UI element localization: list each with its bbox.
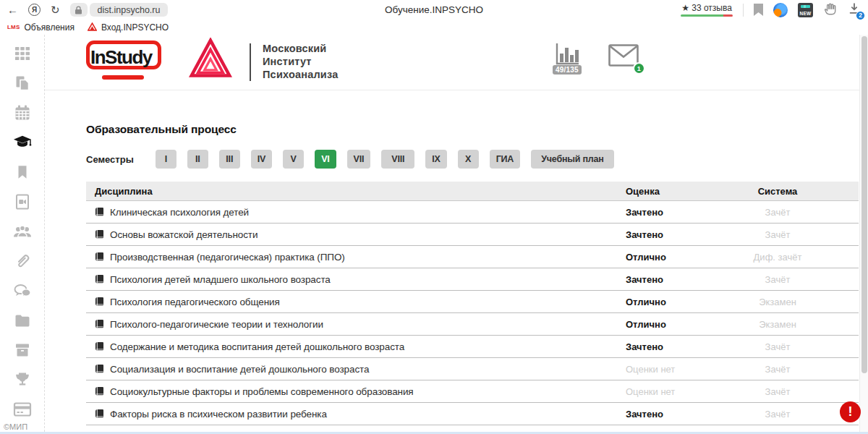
content-area: InStudy Московский Институт Психоанализа…	[45, 35, 868, 432]
grade-value: Зачтено	[626, 207, 720, 218]
semester-button-IX[interactable]: IX	[425, 150, 446, 169]
semester-list: IIIIIIIVVVIVIIVIIIIXXГИАУчебный план	[156, 150, 614, 169]
discipline-name: Основы вожатской деятельности	[110, 229, 258, 240]
discipline-name: Социализация и воспитание детей дошкольн…	[110, 364, 369, 375]
progress-stats-button[interactable]: 49/135	[553, 42, 582, 75]
table-row[interactable]: Психолого-педагогические теории и технол…	[86, 313, 859, 336]
book-icon	[95, 386, 104, 396]
system-value: Диф. зачёт	[720, 252, 835, 263]
app-shell: ©МИП InStudy Московский Институт Психоан…	[0, 35, 868, 432]
grade-value: Отлично	[626, 319, 720, 330]
ssl-lock-icon[interactable]	[70, 3, 88, 17]
address-bar[interactable]: dist.inpsycho.ru	[90, 3, 169, 17]
sidebar-item-calendar[interactable]	[13, 103, 32, 122]
system-value: Зачёт	[720, 274, 835, 285]
sidebar-item-video-materials[interactable]	[13, 192, 32, 211]
system-value: Зачёт	[720, 229, 835, 240]
system-value: Зачёт	[720, 364, 835, 375]
page-title: Образовательный процесс	[86, 123, 868, 136]
system-value: Зачёт	[720, 341, 835, 352]
discipline-name: Содержание и методика воспитания детей д…	[110, 341, 404, 352]
semester-button-X[interactable]: X	[458, 150, 479, 169]
extension-sphere-icon[interactable]	[773, 3, 788, 17]
sidebar-item-payments[interactable]	[13, 400, 32, 419]
instudy-logo[interactable]: InStudy	[86, 39, 174, 85]
grade-value: Отлично	[626, 252, 720, 263]
table-row[interactable]: Факторы риска в психическом развитии реб…	[86, 403, 859, 425]
semester-button-III[interactable]: III	[219, 150, 240, 169]
refresh-icon[interactable]: ↻	[51, 4, 60, 15]
table-row[interactable]: Основы вожатской деятельности Зачтено За…	[86, 224, 859, 246]
grades-table: Дисциплина Оценка Система Клиническая пс…	[86, 182, 859, 425]
browser-menu-icon[interactable]: Я	[28, 4, 41, 16]
semester-button-II[interactable]: II	[187, 150, 208, 169]
book-icon	[95, 409, 104, 419]
table-row[interactable]: Производственная (педагогическая) практи…	[86, 246, 859, 268]
lms-logo-icon: LMS	[7, 24, 20, 30]
discipline-name: Психология детей младшего школьного возр…	[110, 274, 331, 285]
book-icon	[95, 319, 104, 329]
downloads-count-badge: 2	[856, 11, 865, 20]
back-icon[interactable]: ←	[7, 4, 18, 15]
sidebar-item-education[interactable]	[13, 133, 32, 152]
sidebar-item-apps-grid[interactable]	[13, 44, 32, 63]
sidebar-item-files[interactable]	[13, 311, 32, 330]
sidebar-item-achievements[interactable]	[13, 370, 32, 389]
system-value: Экзамен	[720, 319, 835, 330]
bookmark-flag-icon[interactable]	[754, 4, 763, 16]
semester-button-V[interactable]: V	[283, 150, 304, 169]
toolbar-divider	[743, 4, 744, 17]
grade-value: Зачтено	[626, 341, 720, 352]
semester-button-ГИА[interactable]: ГИА	[490, 150, 521, 169]
bookmark-item[interactable]: Вход.INPSYCHO	[88, 21, 169, 34]
hand-extension-icon[interactable]	[823, 1, 838, 19]
table-header-row: Дисциплина Оценка Система	[86, 182, 859, 201]
mail-button[interactable]: 1	[608, 44, 639, 69]
semester-button-VII[interactable]: VII	[347, 150, 371, 169]
book-icon	[95, 252, 104, 262]
sidebar-item-groups[interactable]	[13, 222, 32, 241]
semester-button-I[interactable]: I	[156, 150, 176, 169]
table-row[interactable]: Клиническая психология детей Зачтено Зач…	[86, 201, 859, 224]
sidebar-item-documents[interactable]	[13, 74, 32, 93]
mip-triangle-icon	[88, 21, 97, 34]
table-row[interactable]: Психология детей младшего школьного возр…	[86, 268, 859, 291]
system-value: Зачёт	[720, 409, 835, 420]
table-row[interactable]: Социокультурные факторы и проблемы совре…	[86, 380, 859, 403]
col-header-grade: Оценка	[626, 186, 720, 197]
instudy-logo-text: InStudy	[90, 46, 152, 69]
book-icon	[95, 297, 104, 307]
semester-button-VIII[interactable]: VIII	[381, 150, 414, 169]
book-icon	[95, 274, 104, 284]
sidebar-footer-copyright: ©МИП	[4, 422, 27, 431]
table-row[interactable]: Психология педагогического общения Отлич…	[86, 291, 859, 313]
semester-button-VI[interactable]: VI	[315, 150, 336, 169]
scrollbar-thumb[interactable]	[861, 36, 867, 373]
alert-notification-icon[interactable]: !	[840, 401, 861, 422]
table-row[interactable]: Содержание и методика воспитания детей д…	[86, 336, 859, 358]
progress-badge: 49/135	[553, 65, 582, 75]
portal-header: InStudy Московский Институт Психоанализа…	[45, 35, 868, 90]
sidebar-item-messages[interactable]	[13, 281, 32, 300]
sidebar: ©МИП	[0, 35, 45, 432]
site-reviews-button[interactable]: ★ 33 отзыва	[681, 3, 733, 17]
book-icon	[95, 364, 104, 374]
bookmark-label: Объявления	[25, 22, 75, 33]
table-body: Клиническая психология детей Зачтено Зач…	[86, 201, 859, 425]
table-row[interactable]: Социализация и воспитание детей дошкольн…	[86, 358, 859, 380]
semester-button-Учебный план[interactable]: Учебный план	[531, 150, 614, 169]
new-extension-icon[interactable]: NEW	[798, 3, 813, 17]
sidebar-item-archive[interactable]	[13, 341, 32, 359]
instudy-logo-stand	[102, 75, 144, 80]
mail-unread-badge: 1	[633, 62, 645, 75]
bookmark-item[interactable]: LMSОбъявления	[7, 22, 75, 33]
bookmarks-bar: LMSОбъявленияВход.INPSYCHO	[0, 20, 868, 35]
institute-name: Московский Институт Психоанализа	[263, 43, 338, 81]
grade-value: Отлично	[626, 297, 720, 307]
book-icon	[95, 229, 104, 239]
sidebar-item-bookmark[interactable]	[13, 163, 32, 182]
downloads-button[interactable]: 2	[848, 2, 861, 18]
sidebar-item-attachments[interactable]	[13, 252, 32, 271]
discipline-name: Психолого-педагогические теории и технол…	[110, 319, 323, 330]
semester-button-IV[interactable]: IV	[251, 150, 272, 169]
